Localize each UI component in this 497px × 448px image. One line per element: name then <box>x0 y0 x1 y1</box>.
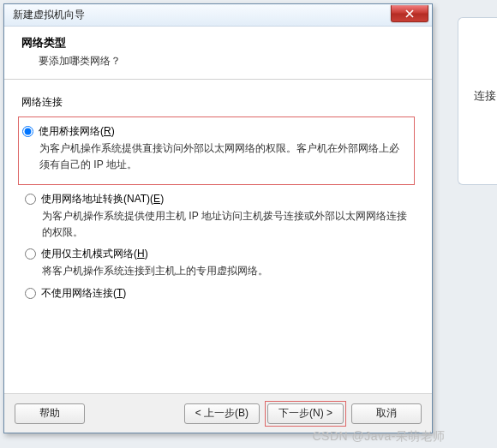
option-bridged: 使用桥接网络(R) 为客户机操作系统提供直接访问外部以太网网络的权限。客户机在外… <box>19 124 409 172</box>
option-hostonly-desc: 将客户机操作系统连接到主机上的专用虚拟网络。 <box>42 263 410 279</box>
button-row: 帮助 < 上一步(B) 下一步(N) > 取消 <box>4 393 432 433</box>
page-subtitle: 要添加哪类网络？ <box>21 54 418 69</box>
option-hostonly-label[interactable]: 使用仅主机模式网络(H) <box>41 247 148 261</box>
highlight-box-option: 使用桥接网络(R) 为客户机操作系统提供直接访问外部以太网网络的权限。客户机在外… <box>18 116 415 185</box>
option-nat-desc: 为客户机操作系统提供使用主机 IP 地址访问主机拨号连接或外部以太网网络连接的权… <box>42 208 410 240</box>
section-label: 网络连接 <box>21 95 415 110</box>
close-icon <box>405 9 414 18</box>
next-button[interactable]: 下一步(N) > <box>267 403 344 424</box>
option-hostonly: 使用仅主机模式网络(H) 将客户机操作系统连接到主机上的专用虚拟网络。 <box>21 247 415 279</box>
window-title: 新建虚拟机向导 <box>13 8 391 22</box>
option-none: 不使用网络连接(T) <box>21 286 415 301</box>
radio-nat[interactable] <box>25 194 36 205</box>
highlight-box-next: 下一步(N) > <box>265 401 346 427</box>
content-area: 网络连接 使用桥接网络(R) 为客户机操作系统提供直接访问外部以太网网络的权限。… <box>4 80 432 314</box>
titlebar: 新建虚拟机向导 <box>4 4 432 27</box>
close-button[interactable] <box>391 5 428 22</box>
radio-none[interactable] <box>25 288 36 299</box>
header-pane: 网络类型 要添加哪类网络？ <box>4 27 432 80</box>
option-bridged-desc: 为客户机操作系统提供直接访问外部以太网网络的权限。客户机在外部网络上必须有自己的… <box>39 140 408 172</box>
cancel-button[interactable]: 取消 <box>351 403 422 424</box>
option-none-label[interactable]: 不使用网络连接(T) <box>41 286 126 301</box>
wizard-dialog: 新建虚拟机向导 网络类型 要添加哪类网络？ 网络连接 使用桥接网络(R) 为客户… <box>3 3 433 433</box>
option-bridged-label[interactable]: 使用桥接网络(R) <box>39 124 115 139</box>
option-nat-label[interactable]: 使用网络地址转换(NAT)(E) <box>41 192 164 206</box>
help-button[interactable]: 帮助 <box>15 403 85 424</box>
radio-bridged[interactable] <box>22 126 33 137</box>
radio-hostonly[interactable] <box>25 248 36 260</box>
back-button[interactable]: < 上一步(B) <box>184 403 260 424</box>
side-panel: 连接 <box>458 17 497 185</box>
page-title: 网络类型 <box>21 35 418 51</box>
option-nat: 使用网络地址转换(NAT)(E) 为客户机操作系统提供使用主机 IP 地址访问主… <box>21 192 415 240</box>
side-panel-label: 连接 <box>474 88 496 104</box>
watermark: CSDN @Java-呆萌老师 <box>312 429 446 445</box>
